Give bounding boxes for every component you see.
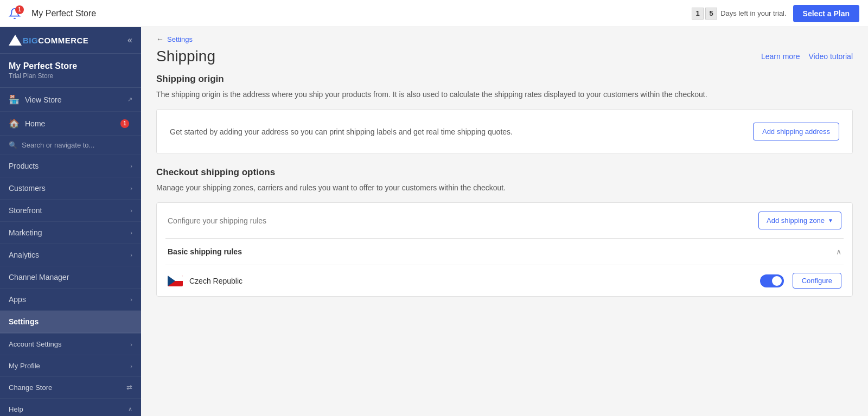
- trial-label: Days left in your trial.: [720, 9, 786, 17]
- shipping-origin-card-text: Get started by adding your address so yo…: [170, 127, 513, 136]
- header-store-name: My Perfect Store: [31, 9, 685, 18]
- shipping-origin-desc: The shipping origin is the address where…: [156, 89, 853, 100]
- add-shipping-address-button[interactable]: Add shipping address: [753, 123, 839, 140]
- header-links: Learn more Video tutorial: [761, 52, 853, 61]
- logo-triangle-icon: [9, 35, 22, 46]
- page-header: Shipping Learn more Video tutorial: [141, 43, 868, 74]
- change-store-label: Change Store: [9, 383, 52, 392]
- help-label: Help: [9, 405, 23, 413]
- apps-chevron-icon: ›: [130, 296, 132, 303]
- collapse-sidebar-button[interactable]: «: [127, 35, 132, 45]
- layout: BIGCOMMERCE « My Perfect Store Trial Pla…: [0, 27, 868, 416]
- sidebar: BIGCOMMERCE « My Perfect Store Trial Pla…: [0, 27, 141, 416]
- checkout-shipping-section: Checkout shipping options Manage your sh…: [156, 167, 853, 297]
- logo-big: BIG: [23, 36, 38, 45]
- my-profile-label: My Profile: [9, 362, 40, 370]
- logo-commerce: COMMERCE: [38, 36, 88, 45]
- checkout-shipping-desc: Manage your shipping zones, carriers and…: [156, 182, 853, 194]
- logo-label: BIGCOMMERCE: [23, 36, 88, 45]
- sidebar-item-products[interactable]: Products ›: [0, 155, 141, 177]
- sidebar-item-help[interactable]: Help ∧: [0, 399, 141, 416]
- store-name: My Perfect Store: [9, 61, 132, 71]
- store-plan: Trial Plan Store: [9, 72, 132, 80]
- breadcrumb-settings-link[interactable]: Settings: [167, 35, 193, 43]
- country-name: Czech Republic: [189, 277, 760, 285]
- view-store-icon: 🏪: [9, 94, 20, 105]
- sidebar-item-apps[interactable]: Apps ›: [0, 289, 141, 311]
- sidebar-search[interactable]: 🔍 Search or navigate to...: [0, 136, 141, 155]
- configure-rules-text: Configure your shipping rules: [168, 216, 266, 225]
- my-profile-chevron-icon: ›: [130, 363, 132, 369]
- shipping-origin-section: Shipping origin The shipping origin is t…: [156, 74, 853, 154]
- sidebar-item-marketing[interactable]: Marketing ›: [0, 222, 141, 244]
- logo: BIGCOMMERCE: [9, 35, 88, 46]
- sidebar-item-view-store[interactable]: 🏪 View Store ↗: [0, 88, 141, 112]
- shipping-origin-title: Shipping origin: [156, 74, 853, 85]
- products-label: Products: [9, 162, 39, 170]
- sidebar-item-change-store[interactable]: Change Store ⇄: [0, 377, 141, 399]
- apps-label: Apps: [9, 295, 26, 304]
- external-link-icon: ↗: [127, 96, 132, 103]
- country-row-czech: Czech Republic Configure: [165, 265, 844, 296]
- czech-flag-icon: [168, 276, 183, 286]
- trial-day-2: 5: [705, 8, 717, 20]
- breadcrumb: ← Settings: [141, 27, 868, 43]
- breadcrumb-back-arrow[interactable]: ←: [156, 35, 164, 43]
- select-plan-button[interactable]: Select a Plan: [793, 5, 859, 22]
- analytics-chevron-icon: ›: [130, 252, 132, 258]
- top-header: 1 My Perfect Store 1 5 Days left in your…: [0, 0, 868, 27]
- checkout-shipping-title: Checkout shipping options: [156, 167, 853, 178]
- help-chevron-icon: ∧: [128, 406, 132, 413]
- checkout-shipping-card: Configure your shipping rules Add shippi…: [156, 202, 853, 297]
- home-badge: 1: [120, 119, 129, 128]
- sidebar-nav: 🏪 View Store ↗ 🏠 Home 1 🔍 Search or navi…: [0, 88, 141, 333]
- account-settings-chevron-icon: ›: [130, 341, 132, 348]
- shipping-rule-section: Basic shipping rules ∧: [165, 238, 844, 296]
- account-settings-label: Account Settings: [9, 340, 62, 348]
- marketing-label: Marketing: [9, 228, 42, 237]
- customers-label: Customers: [9, 184, 46, 193]
- products-chevron-icon: ›: [130, 163, 132, 169]
- sidebar-logo: BIGCOMMERCE «: [0, 27, 141, 54]
- analytics-label: Analytics: [9, 251, 39, 259]
- sidebar-item-account-settings[interactable]: Account Settings ›: [0, 334, 141, 355]
- marketing-chevron-icon: ›: [130, 229, 132, 236]
- storefront-label: Storefront: [9, 206, 42, 215]
- store-info: My Perfect Store Trial Plan Store: [0, 54, 141, 88]
- czech-toggle[interactable]: [760, 274, 784, 287]
- add-shipping-zone-button[interactable]: Add shipping zone ▼: [758, 212, 841, 229]
- search-icon: 🔍: [9, 141, 17, 149]
- bell-badge: 1: [15, 5, 24, 14]
- view-store-label: View Store: [25, 95, 61, 104]
- storefront-chevron-icon: ›: [130, 207, 132, 214]
- add-zone-label: Add shipping zone: [767, 216, 825, 225]
- sidebar-item-storefront[interactable]: Storefront ›: [0, 200, 141, 222]
- shipping-origin-card: Get started by adding your address so yo…: [156, 109, 853, 154]
- home-icon: 🏠: [9, 118, 20, 129]
- add-zone-dropdown-icon: ▼: [828, 217, 833, 223]
- content-area: Shipping origin The shipping origin is t…: [141, 74, 868, 312]
- checkout-card-header: Configure your shipping rules Add shippi…: [157, 203, 852, 238]
- sidebar-item-settings[interactable]: Settings: [0, 311, 141, 333]
- basic-shipping-rules-title: Basic shipping rules: [168, 247, 242, 256]
- page-title: Shipping: [156, 48, 215, 65]
- trial-day-1: 1: [692, 8, 704, 20]
- toggle-slider: [760, 274, 784, 287]
- collapse-rules-icon: ∧: [836, 247, 841, 256]
- trial-days: 1 5: [692, 8, 717, 20]
- change-store-icon: ⇄: [126, 383, 132, 392]
- sidebar-item-home[interactable]: 🏠 Home 1: [0, 112, 141, 136]
- sidebar-item-analytics[interactable]: Analytics ›: [0, 244, 141, 266]
- sidebar-item-my-profile[interactable]: My Profile ›: [0, 355, 141, 377]
- shipping-rule-header[interactable]: Basic shipping rules ∧: [165, 239, 844, 265]
- channel-manager-label: Channel Manager: [9, 273, 69, 281]
- notification-bell[interactable]: 1: [9, 8, 21, 20]
- customers-chevron-icon: ›: [130, 185, 132, 191]
- configure-czech-button[interactable]: Configure: [793, 273, 841, 289]
- learn-more-link[interactable]: Learn more: [761, 52, 800, 61]
- settings-label: Settings: [9, 317, 39, 326]
- sidebar-item-channel-manager[interactable]: Channel Manager: [0, 266, 141, 289]
- sidebar-item-customers[interactable]: Customers ›: [0, 177, 141, 200]
- video-tutorial-link[interactable]: Video tutorial: [809, 52, 853, 61]
- trial-info: 1 5 Days left in your trial.: [692, 8, 786, 20]
